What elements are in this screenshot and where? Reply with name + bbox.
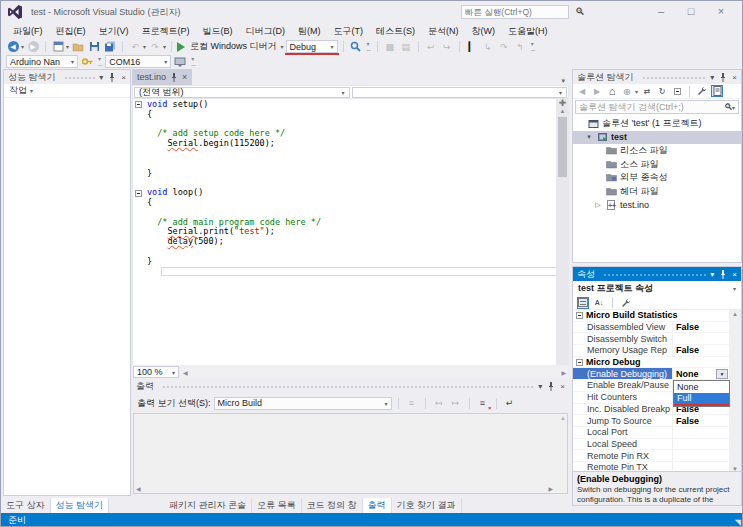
editor-vertical-scrollbar[interactable]: ✚ ▲ — [556, 99, 569, 365]
menu-item-7[interactable]: 도구(T) — [328, 24, 370, 39]
solution-explorer-search-input[interactable]: 솔루션 탐색기 검색(Ctrl+;) 🔍︎▾ — [575, 100, 739, 114]
close-panel-icon[interactable]: × — [121, 73, 126, 82]
scroll-up-icon[interactable]: ▲ — [560, 107, 566, 115]
output-content[interactable]: ▲ ◀ ▶ — [133, 413, 568, 494]
outline-collapse-icon[interactable] — [135, 101, 145, 108]
save-all-icon[interactable] — [103, 40, 117, 53]
property-row-11[interactable]: Local Speed — [573, 439, 729, 451]
menu-item-11[interactable]: 도움말(H) — [502, 24, 554, 39]
actions-dropdown[interactable]: 작업▾ — [4, 84, 130, 98]
start-debug-icon[interactable] — [177, 42, 185, 52]
step-over-icon[interactable]: ↷ — [497, 40, 511, 53]
property-value[interactable]: False — [676, 322, 699, 332]
solution-configuration-combo[interactable]: Debug▾ — [286, 40, 338, 53]
redo-icon[interactable]: ↷ — [148, 40, 162, 53]
previous-message-icon[interactable]: ↤ — [432, 397, 446, 410]
output-source-combo[interactable]: Micro Build▾ — [214, 397, 392, 410]
code-editor[interactable]: void setup(){ /* add setup code here */ … — [132, 99, 569, 365]
tree-item-0[interactable]: 솔루션 'test' (1 프로젝트) — [573, 117, 741, 131]
next-message-icon[interactable]: ↦ — [449, 397, 463, 410]
auto-hide-pin-icon[interactable] — [719, 270, 727, 279]
window-position-icon[interactable]: ▾ — [710, 73, 714, 82]
home-icon[interactable]: ⌂ — [606, 85, 618, 97]
output-horizontal-scrollbar[interactable]: ◀ ▶ — [134, 483, 555, 493]
close-panel-icon[interactable]: × — [732, 270, 737, 279]
outline-collapse-icon[interactable] — [135, 190, 145, 197]
navigate-back-icon[interactable]: ◀ — [6, 40, 20, 53]
property-row-2[interactable]: Disassembly Switch — [573, 333, 729, 345]
categorized-view-icon[interactable] — [577, 297, 589, 309]
board-combo[interactable]: Arduino Nan▾ — [6, 55, 78, 68]
step-out-icon[interactable]: ↰ — [513, 40, 527, 53]
dropdown-option-full[interactable]: Full — [674, 393, 729, 405]
close-tab-icon[interactable]: × — [182, 72, 187, 82]
clear-all-output-icon[interactable]: ≡× — [476, 397, 490, 410]
bottom-tab-3-active[interactable]: 출력 — [363, 498, 392, 513]
sync-with-active-document-icon[interactable]: ⇄ — [641, 85, 653, 97]
category-collapse-icon[interactable] — [576, 359, 583, 366]
break-all-icon[interactable]: ▎ — [465, 40, 479, 53]
property-pages-wrench-icon[interactable] — [620, 297, 632, 309]
property-grid-scrollbar[interactable]: ▲ ▼ — [729, 310, 741, 473]
property-row-3[interactable]: Memory Usage RepFalse — [573, 345, 729, 357]
window-position-icon[interactable]: ▾ — [538, 382, 542, 391]
menu-item-1[interactable]: 편집(E) — [50, 24, 92, 39]
menu-item-2[interactable]: 보기(V) — [93, 24, 135, 39]
toolbar-overflow-icon-4[interactable]: ▾─ — [191, 55, 194, 68]
tree-item-2[interactable]: 리소스 파일 — [573, 144, 741, 158]
auto-hide-pin-icon[interactable] — [719, 73, 727, 82]
wrench-icon[interactable] — [696, 85, 708, 97]
menu-item-0[interactable]: 파일(F) — [7, 24, 49, 39]
property-row-4[interactable]: Micro Debug — [573, 357, 729, 369]
alphabetical-sort-icon[interactable]: A↓ — [593, 297, 605, 309]
start-debug-label[interactable]: 로컬 Windows 디버거 — [190, 40, 277, 53]
auto-hide-pin-icon[interactable] — [547, 382, 555, 391]
resize-grip[interactable]: ◥ — [735, 518, 740, 527]
redo-close-icon[interactable]: ↪ — [440, 40, 454, 53]
close-panel-icon[interactable]: × — [560, 382, 565, 391]
menu-item-9[interactable]: 분석(N) — [422, 24, 465, 39]
scroll-right-icon[interactable]: ▶ — [561, 369, 566, 376]
tree-item-6[interactable]: ▷++test.ino — [573, 198, 741, 212]
property-row-9[interactable]: Jump To SourceFalse — [573, 415, 729, 427]
property-row-10[interactable]: Local Port — [573, 427, 729, 439]
find-message-icon[interactable]: ≡ — [405, 397, 419, 410]
undo-icon[interactable]: ↶ — [128, 40, 142, 53]
scope-combo[interactable]: (전역 범위)▾ — [134, 87, 350, 98]
close-button[interactable]: × — [706, 1, 736, 21]
auto-hide-pin-icon[interactable] — [108, 73, 116, 82]
open-file-icon[interactable] — [71, 40, 85, 53]
expander-collapsed-icon[interactable]: ▷ — [594, 201, 602, 209]
zoom-combo[interactable]: 100 %▾ — [133, 366, 179, 378]
tree-item-4[interactable]: 외부 종속성 — [573, 171, 741, 185]
serial-monitor-icon[interactable] — [173, 55, 187, 68]
quick-launch-input[interactable] — [461, 5, 569, 19]
immediate-window-icon[interactable]: ▤ — [399, 40, 413, 53]
scope-icon[interactable]: ◎ — [621, 85, 633, 97]
word-wrap-icon[interactable]: ↵ — [503, 397, 517, 410]
save-icon[interactable] — [87, 40, 101, 53]
scroll-up-icon[interactable]: ▲ — [732, 311, 738, 317]
scrollbar-thumb[interactable] — [558, 117, 567, 177]
expander-expanded-icon[interactable]: ▾ — [585, 133, 593, 141]
window-position-icon[interactable]: ▾ — [710, 270, 714, 279]
property-value[interactable]: False — [676, 345, 699, 355]
refresh-icon[interactable]: ↻ — [656, 85, 668, 97]
tree-item-1[interactable]: ▾test — [573, 131, 741, 145]
new-project-icon[interactable] — [51, 40, 65, 53]
menu-item-3[interactable]: 프로젝트(P) — [136, 24, 196, 39]
toolbar-overflow-icon-2[interactable]: ▾─ — [531, 40, 534, 53]
board-key-icon[interactable] — [80, 55, 94, 68]
menu-item-4[interactable]: 빌드(B) — [197, 24, 239, 39]
toolbar-overflow-icon[interactable]: ▾─ — [367, 40, 370, 53]
navigate-forward-icon[interactable]: ▶ — [26, 40, 40, 53]
bottom-tab-4[interactable]: 기호 찾기 결과 — [392, 498, 462, 513]
properties-object-combo[interactable]: test 프로젝트 속성▾ — [575, 282, 739, 295]
property-row-0[interactable]: Micro Build Statistics — [573, 310, 729, 322]
output-scroll-up-icon[interactable]: ▲ — [560, 415, 566, 421]
property-row-12[interactable]: Remote Pin RX — [573, 450, 729, 462]
dropdown-option-none[interactable]: None — [674, 381, 729, 393]
tree-item-5[interactable]: 헤더 파일 — [573, 185, 741, 199]
window-position-icon[interactable]: ▾ — [99, 73, 103, 82]
scroll-right-icon[interactable]: ▶ — [548, 485, 553, 492]
